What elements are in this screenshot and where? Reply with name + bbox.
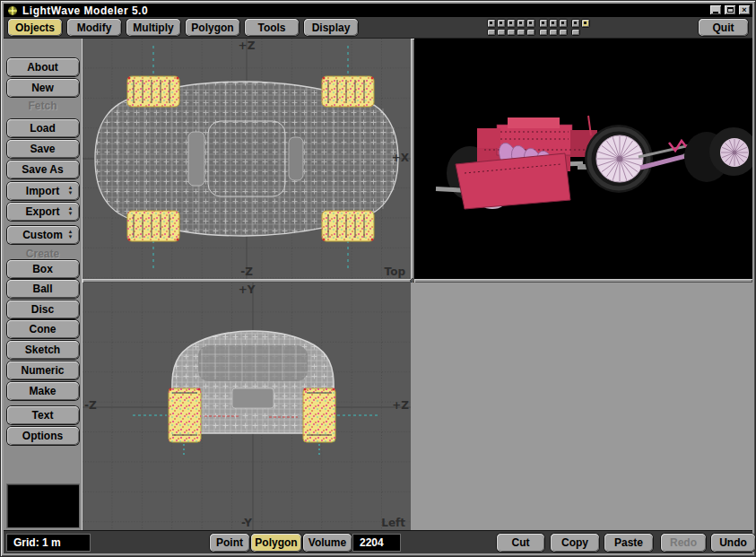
layer-toggle[interactable] (526, 29, 535, 36)
menubar: Objects Modify Multiply Polygon Tools Di… (4, 17, 752, 39)
viewport-face[interactable]: +Y -Y +X Face (411, 279, 414, 283)
redo-button[interactable]: Redo (661, 534, 706, 552)
titlebar[interactable]: LightWave Modeler 5.0 × (4, 4, 752, 17)
paste-button[interactable]: Paste (604, 534, 653, 552)
sidebar-button-label: Import (26, 185, 59, 197)
sidebar-button-new[interactable]: New (7, 79, 79, 97)
menu-tab-polygon[interactable]: Polygon (186, 19, 239, 36)
sidebar-label-create: Create (7, 248, 79, 260)
layer-bank-toolbar (486, 19, 598, 36)
sidebar-button-custom[interactable]: Custom ▲▼ (7, 226, 79, 244)
minimize-icon (713, 12, 718, 13)
viewport-left[interactable]: +Y -Y -Z +Z Left (83, 283, 411, 530)
layer-toggle[interactable] (549, 29, 558, 36)
updown-arrow-icon: ▲▼ (68, 205, 74, 216)
window-title: LightWave Modeler 5.0 (22, 4, 148, 17)
layer-toggle[interactable] (497, 19, 506, 28)
statusbar: Grid: 1 m Point Polygon Volume 2204 Cut … (4, 530, 752, 553)
cut-button[interactable]: Cut (497, 534, 544, 552)
app-icon (7, 5, 18, 16)
top-view-canvas[interactable] (83, 39, 411, 279)
layer-toggle-active[interactable] (581, 19, 590, 28)
layer-toggle[interactable] (497, 29, 506, 36)
sidebar-button-save-as[interactable]: Save As (7, 161, 79, 178)
maximize-button[interactable] (724, 4, 736, 15)
sidebar-button-box[interactable]: Box (7, 260, 79, 278)
sidebar-button-numeric[interactable]: Numeric (7, 361, 79, 379)
sidebar-button-load[interactable]: Load (7, 119, 79, 137)
sidebar: About New Fetch Load Save Save As Import… (4, 39, 83, 530)
layer-toggle[interactable] (517, 19, 526, 28)
updown-arrow-icon: ▲▼ (68, 229, 74, 239)
viewport-perspective[interactable] (414, 39, 752, 279)
sidebar-button-save[interactable]: Save (7, 140, 79, 158)
mode-button-polygon[interactable]: Polygon (251, 534, 301, 552)
layer-toggle[interactable] (559, 19, 568, 28)
layer-toggle[interactable] (487, 19, 496, 28)
layer-toggle[interactable] (507, 29, 516, 36)
close-icon: × (742, 5, 746, 14)
preview-box (7, 484, 79, 527)
viewport-divider-center[interactable] (414, 279, 752, 283)
mode-button-volume[interactable]: Volume (303, 534, 352, 552)
app-window: LightWave Modeler 5.0 × Objects Modify M… (0, 0, 756, 557)
layer-toggle[interactable] (559, 29, 568, 36)
layer-toggle[interactable] (507, 19, 516, 28)
sidebar-button-cone[interactable]: Cone (7, 320, 79, 338)
sidebar-button-text[interactable]: Text (7, 406, 79, 424)
layer-toggle[interactable] (571, 19, 580, 28)
minimize-button[interactable] (709, 4, 722, 15)
layer-toggle[interactable] (571, 29, 580, 36)
sidebar-button-sketch[interactable]: Sketch (7, 341, 79, 359)
menu-tab-objects[interactable]: Objects (8, 19, 62, 36)
copy-button[interactable]: Copy (551, 534, 599, 552)
menu-tab-display[interactable]: Display (304, 19, 358, 36)
menu-tab-modify[interactable]: Modify (67, 19, 121, 36)
sidebar-button-disc[interactable]: Disc (7, 300, 79, 318)
layer-toggle[interactable] (549, 19, 558, 28)
menu-tab-multiply[interactable]: Multiply (126, 19, 180, 36)
viewport-name: Top (385, 265, 405, 278)
mode-button-point[interactable]: Point (210, 534, 249, 552)
maximize-icon (727, 7, 734, 13)
sidebar-button-ball[interactable]: Ball (7, 280, 79, 298)
render-view-canvas[interactable] (414, 39, 752, 279)
viewport-name: Left (381, 517, 405, 529)
sidebar-label-fetch: Fetch (7, 100, 79, 112)
updown-arrow-icon: ▲▼ (68, 185, 74, 196)
sidebar-button-options[interactable]: Options (7, 427, 79, 445)
left-view-canvas[interactable] (83, 283, 411, 530)
undo-button[interactable]: Undo (711, 534, 755, 552)
layer-toggle[interactable] (539, 19, 548, 28)
sidebar-button-about[interactable]: About (7, 58, 79, 76)
layer-toggle[interactable] (539, 29, 548, 36)
sidebar-button-import[interactable]: Import ▲▼ (7, 182, 79, 200)
menu-tab-tools[interactable]: Tools (245, 19, 299, 36)
layer-toggle[interactable] (526, 19, 535, 28)
layer-toggle[interactable] (517, 29, 526, 36)
quit-button[interactable]: Quit (699, 19, 748, 36)
selection-count-display: 2204 (353, 535, 400, 551)
sidebar-button-export[interactable]: Export ▲▼ (7, 203, 79, 221)
face-view-canvas[interactable] (411, 279, 414, 283)
sidebar-button-label: Export (25, 205, 59, 218)
sidebar-button-make[interactable]: Make (7, 382, 79, 400)
sidebar-button-label: Custom (22, 229, 63, 241)
close-button[interactable]: × (738, 4, 751, 15)
viewport-top[interactable]: +Z -Z +X Top (83, 39, 411, 279)
grid-size-display: Grid: 1 m (7, 535, 90, 551)
layer-toggle[interactable] (487, 29, 496, 36)
viewport-area: +Z -Z +X Top (83, 39, 752, 530)
